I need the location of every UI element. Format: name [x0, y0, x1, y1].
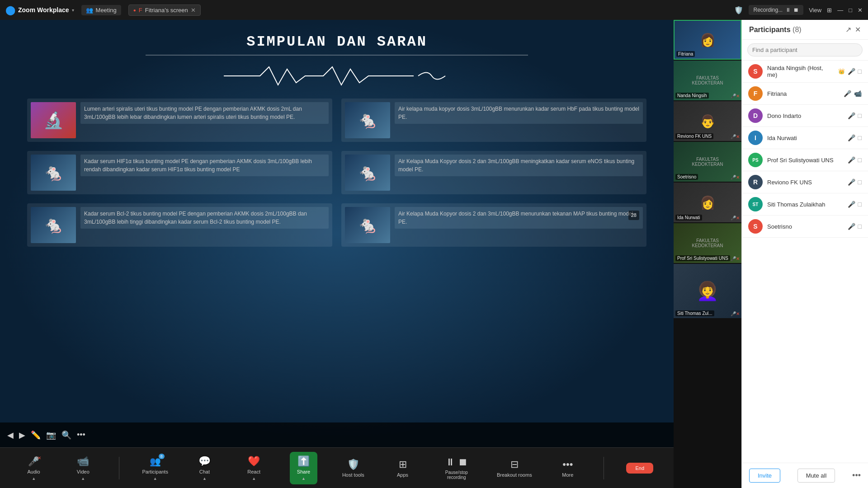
list-item: 🐁 Kadar serum HIF1α tikus bunting model …: [27, 151, 332, 194]
participant-icons: 🎤 □: [848, 112, 862, 119]
apps-button[interactable]: ⊞ Apps: [389, 459, 416, 478]
participant-item: S Soetrisno 🎤 □: [742, 216, 868, 238]
participant-icons: 👑 🎤 □: [838, 68, 862, 75]
panel-more-button[interactable]: •••: [852, 471, 861, 480]
video-arrow-icon[interactable]: ▲: [81, 476, 85, 481]
chat-button[interactable]: 💬 Chat ▲: [191, 455, 218, 481]
participant-icons: 🎤 📹: [844, 90, 862, 97]
avatar: F: [748, 86, 763, 101]
audio-button[interactable]: 🎤✕ Audio ▲: [20, 455, 47, 481]
item-thumbnail-1: 🔬: [31, 102, 76, 138]
mute-all-button[interactable]: Mute all: [797, 469, 835, 483]
participant-icons: 🎤 □: [848, 134, 862, 141]
video-button[interactable]: 📹 Video ▲: [70, 455, 97, 481]
video-sidebar: 👩 Fitriana FAKULTASKEDOKTERAN Nanda Ning…: [674, 20, 741, 488]
chat-arrow-icon[interactable]: ▲: [203, 476, 207, 481]
breakout-button[interactable]: ⊟ Breakout rooms: [497, 459, 532, 478]
participants-arrow-icon[interactable]: ▲: [153, 476, 157, 481]
camera-button[interactable]: 📷: [46, 430, 56, 440]
video-on-icon: 📹: [854, 90, 862, 97]
audio-arrow-icon[interactable]: ▲: [32, 476, 36, 481]
video-thumb-prof-sri[interactable]: FAKULTASKEDOKTERAN Prof Sri Sulistyowati…: [674, 223, 741, 263]
audio-label: Audio: [28, 469, 40, 474]
participants-list: S Nanda Ningsih (Host, me) 👑 🎤 □ F Fitri…: [742, 61, 868, 463]
more-controls-button[interactable]: •••: [77, 430, 85, 440]
apps-label: Apps: [397, 472, 408, 478]
chat-icon: 💬: [198, 455, 211, 467]
video-mute-icon-reviono: 🎤✕: [731, 134, 740, 139]
screen-dot-icon: ●: [133, 8, 136, 13]
video-thumb-reviono[interactable]: 👨 Reviono FK UNS 🎤✕: [674, 101, 741, 141]
item-thumbnail-6: 🐁: [345, 207, 390, 243]
participant-name: Reviono FK UNS: [767, 179, 843, 186]
participants-badge: 8: [159, 454, 165, 459]
mute-icon: 🎤: [848, 156, 855, 164]
mute-icon: 🎤: [848, 223, 855, 230]
minimize-button[interactable]: —: [837, 7, 843, 14]
recording-control-button[interactable]: ⏸ ⏹ Pause/stop recording: [439, 456, 475, 480]
share-label: Share: [297, 469, 310, 474]
participant-item: PS Prof Sri Sulistyowati UNS 🎤 □: [742, 149, 868, 171]
screen-share-tab[interactable]: ● F Fitriana's screen ✕: [128, 5, 201, 16]
video-label-siti: Siti Thomas Zul...: [675, 310, 714, 316]
invite-button[interactable]: Invite: [749, 469, 780, 483]
video-thumb-ida[interactable]: 👩 Ida Nurwati 🎤✕: [674, 183, 741, 222]
meeting-label: Meeting: [96, 7, 117, 14]
participants-button[interactable]: 👥 8 Participants ▲: [142, 455, 169, 481]
video-off-icon: □: [858, 112, 862, 119]
video-label: Video: [77, 469, 90, 474]
app-name: Zoom Workplace: [18, 6, 69, 14]
prev-slide-button[interactable]: ◀: [7, 430, 14, 440]
heartbeat-decoration: [18, 65, 656, 87]
end-button[interactable]: End: [626, 463, 653, 474]
pop-out-icon[interactable]: ↗: [845, 25, 851, 34]
more-button[interactable]: ••• More: [554, 459, 581, 478]
video-thumb-fitriana[interactable]: 👩 Fitriana: [674, 20, 741, 60]
item-thumbnail-4: 🐁: [345, 155, 390, 191]
pen-tool-button[interactable]: ✏️: [31, 430, 41, 440]
view-label[interactable]: View: [809, 7, 821, 14]
share-button[interactable]: ⬆️ Share ▲: [290, 452, 317, 484]
mute-icon: 🎤: [848, 134, 855, 141]
item-text-1: Lumen arteri spiralis uteri tikus buntin…: [80, 102, 329, 124]
close-panel-icon[interactable]: ✕: [855, 25, 861, 34]
search-input[interactable]: [747, 43, 863, 56]
video-label-nanda: Nanda Ningsih: [675, 93, 709, 99]
unmuted-icon: 🎤: [844, 90, 851, 97]
participant-item: R Reviono FK UNS 🎤 □: [742, 171, 868, 193]
zoom-logo-icon: ⬤: [5, 5, 15, 15]
meeting-button[interactable]: 👥 Meeting: [81, 5, 121, 15]
video-thumb-nanda[interactable]: FAKULTASKEDOKTERAN Nanda Ningsih 🎤✕: [674, 61, 741, 100]
maximize-button[interactable]: □: [849, 7, 852, 14]
slide-title: SIMPULAN DAN SARAN: [18, 33, 656, 56]
share-arrow-icon[interactable]: ▲: [302, 476, 306, 481]
audio-icon: 🎤✕: [28, 455, 39, 467]
more-label: More: [562, 472, 573, 478]
avatar: R: [748, 175, 763, 189]
recording-control-label: Pause/stop recording: [439, 470, 475, 480]
close-button[interactable]: ✕: [858, 7, 863, 14]
video-mute-icon-ida: 🎤✕: [731, 216, 740, 221]
host-tools-button[interactable]: 🛡️ Host tools: [340, 459, 367, 478]
react-arrow-icon[interactable]: ▲: [252, 476, 256, 481]
video-thumb-siti[interactable]: 👩‍🦱 Siti Thomas Zul... 🎤✕: [674, 264, 741, 318]
video-mute-icon-prof-sri: 🎤✕: [731, 256, 740, 261]
react-label: React: [247, 469, 260, 474]
zoom-button[interactable]: 🔍: [61, 430, 71, 440]
view-grid-icon[interactable]: ⊞: [827, 7, 832, 14]
recording-button[interactable]: Recording... ⏸ ⏹: [749, 5, 803, 15]
dropdown-arrow-icon[interactable]: ▾: [72, 8, 74, 13]
avatar: S: [748, 64, 763, 79]
breakout-label: Breakout rooms: [497, 472, 532, 478]
video-off-icon: □: [858, 156, 862, 164]
participant-name: Siti Thomas Zulaikhah: [767, 201, 843, 208]
close-tab-icon[interactable]: ✕: [191, 7, 196, 14]
react-button[interactable]: ❤️ React ▲: [241, 455, 268, 481]
video-off-icon: □: [858, 178, 862, 186]
separator-1: [119, 457, 119, 479]
video-thumb-soetrisno[interactable]: FAKULTASKEDOKTERAN Soetrisno 🎤✕: [674, 142, 741, 182]
video-off-icon: □: [858, 223, 862, 230]
presentation-area: SIMPULAN DAN SARAN 🔬 Lumen ar: [0, 20, 674, 488]
top-bar: ⬤ Zoom Workplace ▾ 👥 Meeting ● F Fitrian…: [0, 0, 868, 20]
play-button[interactable]: ▶: [19, 430, 25, 440]
